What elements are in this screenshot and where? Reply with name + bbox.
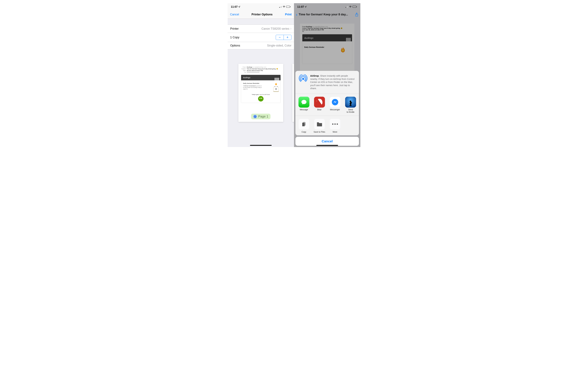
brandenburg-gate-icon: [274, 78, 279, 80]
action-save-files[interactable]: Save to Files: [312, 119, 327, 133]
back-button[interactable]: ‹: [296, 12, 297, 17]
svg-point-5: [334, 124, 336, 125]
home-indicator[interactable]: [250, 145, 272, 146]
next-page-peek[interactable]: [292, 64, 294, 122]
options-label: Options: [230, 44, 240, 47]
flame-icon: [338, 46, 348, 55]
airdrop-text: AirDrop. Share instantly with people nea…: [310, 74, 356, 90]
copies-stepper: − +: [276, 35, 291, 40]
share-app-kindle[interactable]: Sendto Kindle: [343, 97, 358, 113]
share-icon[interactable]: [355, 12, 358, 17]
pdf-title: Time for German! Keep your 8 day...: [299, 13, 354, 16]
check-icon: ✓: [253, 115, 257, 118]
phone-share-sheet: 11:07 ‹ Time for German! Keep your 8 day…: [294, 3, 360, 147]
wifi-icon: [283, 6, 285, 8]
status-time: 11:07: [297, 5, 304, 8]
action-copy[interactable]: Copy: [296, 119, 312, 133]
cancel-button[interactable]: Cancel: [230, 13, 239, 16]
pdf-nav-bar: ‹ Time for German! Keep your 8 day...: [294, 10, 360, 19]
share-actions-row: Copy Save to Files More: [295, 116, 359, 135]
location-icon: [238, 6, 240, 8]
copy-icon: [298, 119, 309, 130]
action-more[interactable]: More: [327, 119, 343, 133]
status-bar: 11:07: [228, 3, 294, 10]
printer-row[interactable]: Printer Canon TS8200 series ›: [228, 25, 294, 33]
nav-bar: Cancel Printer Options Print: [228, 10, 294, 19]
svg-point-4: [332, 124, 333, 125]
chevron-right-icon: ›: [290, 26, 291, 31]
options-row[interactable]: Options Single-sided, Color: [228, 42, 294, 50]
nav-title: Printer Options: [252, 13, 273, 16]
share-app-messenger[interactable]: Messenger: [327, 97, 343, 113]
stepper-plus-button[interactable]: +: [284, 35, 291, 40]
phone-print-options: 11:07 Cancel Printer Options Print Print…: [228, 3, 294, 147]
cellular-icon: [346, 6, 348, 8]
duo-owl-icon: [258, 96, 264, 102]
streak-calendar-icon: 8: [273, 82, 279, 92]
battery-icon: [353, 6, 357, 8]
share-cancel-button[interactable]: Cancel: [295, 137, 359, 146]
airdrop-icon: [299, 74, 308, 83]
kindle-icon: [345, 97, 356, 108]
battery-icon: [286, 6, 290, 8]
messages-icon: [298, 97, 309, 108]
flame-icon: [274, 82, 278, 86]
print-settings-list: Printer Canon TS8200 series › 1 Copy − +…: [228, 24, 294, 50]
stepper-minus-button[interactable]: −: [276, 35, 284, 40]
printer-label: Printer: [230, 27, 239, 30]
messenger-icon: [330, 97, 341, 108]
bear-icon: [314, 97, 325, 108]
print-button[interactable]: Print: [285, 13, 292, 16]
redacted-recipient: [247, 72, 260, 73]
page-badge: ✓ Page 1: [251, 114, 270, 119]
wifi-icon: [349, 6, 352, 8]
share-sheet: AirDrop. Share instantly with people nea…: [295, 71, 359, 146]
status-bar: 11:07: [294, 3, 360, 10]
location-icon: [305, 6, 307, 8]
options-value: Single-sided, Color: [267, 44, 291, 47]
status-time: 11:07: [231, 5, 238, 8]
preview-area: From:Duolingo no-reply@duolingo.com Subj…: [228, 54, 294, 147]
share-apps-row: Message Bear Messenger: [295, 94, 359, 116]
svg-point-6: [337, 124, 338, 125]
airdrop-section[interactable]: AirDrop. Share instantly with people nea…: [295, 71, 359, 94]
duolingo-logo: duolingo: [243, 76, 250, 79]
home-indicator[interactable]: [316, 145, 338, 146]
copies-label: 1 Copy: [230, 36, 239, 39]
cellular-icon: [279, 6, 282, 8]
printer-value: Canon TS8200 series: [261, 27, 289, 30]
folder-icon: [314, 119, 325, 130]
page-thumbnail[interactable]: From:Duolingo no-reply@duolingo.com Subj…: [238, 64, 283, 122]
svg-point-1: [302, 78, 304, 80]
more-icon: [330, 119, 341, 130]
share-app-bear[interactable]: Bear: [312, 97, 327, 113]
copies-row: 1 Copy − +: [228, 33, 294, 42]
share-app-message[interactable]: Message: [296, 97, 312, 113]
